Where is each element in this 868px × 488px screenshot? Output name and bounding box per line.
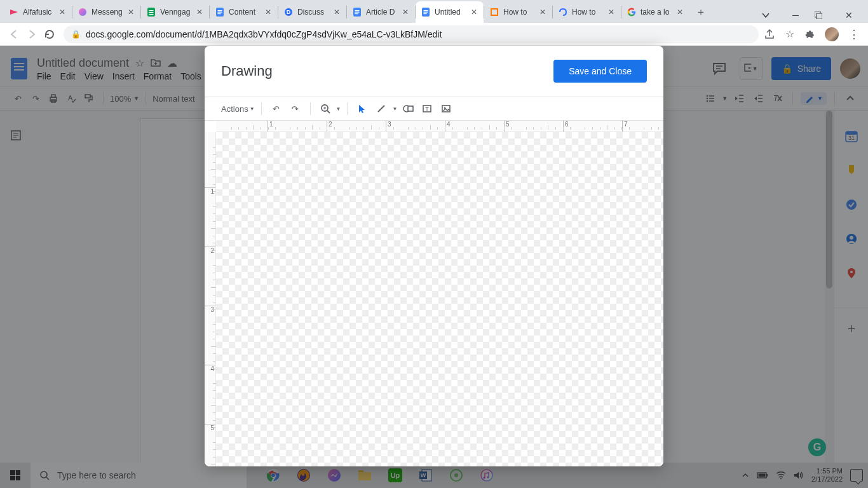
dialog-title: Drawing bbox=[221, 63, 273, 79]
close-icon[interactable]: ✕ bbox=[607, 8, 616, 17]
docs-favicon bbox=[352, 7, 362, 17]
profile-avatar[interactable] bbox=[825, 27, 839, 41]
chevron-down-icon[interactable]: ▼ bbox=[336, 106, 341, 112]
tab-google[interactable]: take a lo ✕ bbox=[621, 1, 689, 23]
drawing-dialog: Drawing Save and Close Actions▼ ↶ ↷ ▼ ▼ … bbox=[205, 46, 663, 466]
alfafusic-favicon bbox=[9, 7, 19, 17]
close-icon[interactable]: ✕ bbox=[470, 8, 478, 17]
site-favicon bbox=[489, 7, 499, 17]
svg-marker-0 bbox=[10, 10, 18, 15]
address-bar: 🔒 docs.google.com/document/d/1MBA2qdx3bV… bbox=[0, 23, 868, 46]
svg-rect-4 bbox=[149, 12, 154, 13]
svg-rect-7 bbox=[218, 10, 222, 11]
lock-icon: 🔒 bbox=[71, 30, 81, 39]
tab-howto-2[interactable]: How to ✕ bbox=[553, 1, 621, 23]
back-button[interactable] bbox=[5, 25, 23, 43]
chevron-down-icon[interactable]: ▼ bbox=[392, 106, 397, 112]
discuss-favicon: D bbox=[283, 7, 294, 17]
reload-button[interactable] bbox=[41, 25, 58, 43]
docs-favicon bbox=[421, 7, 431, 17]
close-icon[interactable]: ✕ bbox=[675, 8, 684, 17]
svg-text:T: T bbox=[426, 106, 430, 112]
tab-article[interactable]: Article D ✕ bbox=[347, 1, 415, 23]
tab-venngage[interactable]: Venngag ✕ bbox=[141, 1, 209, 23]
svg-rect-63 bbox=[408, 106, 413, 111]
svg-rect-13 bbox=[355, 10, 360, 11]
horizontal-ruler: 1 2 3 4 5 6 7 bbox=[216, 121, 663, 132]
drawing-toolbar: Actions▼ ↶ ↷ ▼ ▼ T bbox=[205, 97, 663, 121]
tab-alfafusic[interactable]: Alfafusic ✕ bbox=[4, 1, 72, 23]
close-icon[interactable]: ✕ bbox=[401, 8, 410, 17]
tab-messenger[interactable]: Messeng ✕ bbox=[72, 1, 140, 23]
docs-favicon bbox=[215, 7, 225, 17]
docs-app: Untitled document ☆ ☁ File Edit View Ins… bbox=[0, 46, 868, 488]
maximize-button[interactable] bbox=[815, 11, 830, 19]
actions-menu[interactable]: Actions▼ bbox=[221, 104, 255, 114]
shape-tool-icon[interactable] bbox=[400, 101, 416, 116]
tab-untitled[interactable]: Untitled ✕ bbox=[416, 1, 484, 23]
save-and-close-button[interactable]: Save and Close bbox=[553, 60, 647, 83]
new-tab-button[interactable]: ＋ bbox=[692, 3, 710, 21]
sheets-favicon bbox=[146, 7, 156, 17]
line-tool-icon[interactable] bbox=[373, 101, 390, 116]
window-close-button[interactable]: ✕ bbox=[841, 10, 857, 20]
svg-text:D: D bbox=[287, 9, 291, 15]
zoom-icon[interactable] bbox=[317, 101, 334, 116]
share-page-icon[interactable] bbox=[764, 29, 775, 40]
close-icon[interactable]: ✕ bbox=[58, 8, 67, 17]
svg-rect-18 bbox=[424, 12, 428, 13]
close-icon[interactable]: ✕ bbox=[538, 8, 547, 17]
google-favicon bbox=[627, 7, 637, 17]
svg-line-61 bbox=[378, 105, 384, 112]
minimize-button[interactable]: ─ bbox=[788, 10, 803, 20]
url-input[interactable]: 🔒 docs.google.com/document/d/1MBA2qdx3bV… bbox=[64, 25, 759, 43]
tabs-dropdown-icon[interactable] bbox=[761, 11, 776, 20]
messenger-favicon bbox=[78, 7, 88, 17]
svg-rect-9 bbox=[218, 13, 221, 14]
url-text: docs.google.com/document/d/1MBA2qdx3bVYx… bbox=[86, 29, 442, 39]
svg-rect-19 bbox=[424, 13, 427, 14]
tab-discuss[interactable]: D Discuss ✕ bbox=[278, 1, 346, 23]
vertical-ruler: 1 2 3 4 5 bbox=[205, 132, 216, 466]
undo-icon[interactable]: ↶ bbox=[268, 101, 285, 116]
site-favicon bbox=[558, 7, 568, 17]
drawing-canvas[interactable] bbox=[216, 132, 663, 466]
image-tool-icon[interactable] bbox=[438, 101, 454, 116]
svg-rect-20 bbox=[491, 9, 498, 15]
close-icon[interactable]: ✕ bbox=[264, 8, 273, 17]
close-icon[interactable]: ✕ bbox=[195, 8, 204, 17]
close-icon[interactable]: ✕ bbox=[126, 8, 135, 17]
svg-rect-8 bbox=[218, 12, 222, 13]
select-tool-icon[interactable] bbox=[354, 101, 370, 116]
tab-content[interactable]: Content ✕ bbox=[210, 1, 278, 23]
svg-rect-3 bbox=[149, 10, 154, 11]
browser-menu-icon[interactable]: ⋮ bbox=[848, 29, 859, 40]
svg-rect-14 bbox=[355, 12, 360, 13]
tab-strip: Alfafusic ✕ Messeng ✕ Venngag ✕ Content … bbox=[0, 0, 868, 23]
svg-line-58 bbox=[327, 111, 330, 113]
tab-howto-1[interactable]: How to ✕ bbox=[484, 1, 552, 23]
redo-icon[interactable]: ↷ bbox=[287, 101, 304, 116]
close-icon[interactable]: ✕ bbox=[332, 8, 341, 17]
svg-rect-15 bbox=[355, 13, 358, 14]
bookmark-star-icon[interactable]: ☆ bbox=[784, 29, 796, 40]
forward-button[interactable] bbox=[23, 25, 41, 43]
textbox-tool-icon[interactable]: T bbox=[419, 101, 435, 116]
svg-rect-17 bbox=[424, 10, 428, 11]
svg-point-1 bbox=[79, 8, 86, 16]
svg-rect-5 bbox=[149, 14, 154, 15]
svg-rect-22 bbox=[817, 13, 822, 19]
extensions-icon[interactable] bbox=[804, 29, 816, 40]
